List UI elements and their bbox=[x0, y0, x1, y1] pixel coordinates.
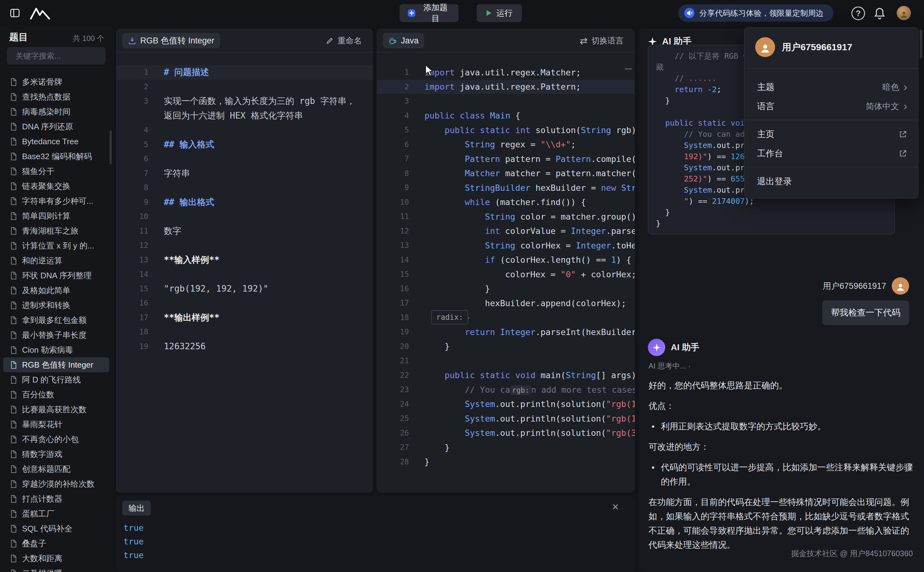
menu-item-language[interactable]: 语言 简体中文› bbox=[745, 97, 918, 116]
sidebar-item[interactable]: 猫鱼分干 bbox=[0, 164, 112, 179]
line-number: 20 bbox=[376, 342, 409, 351]
parameter-hint-popup: radix: bbox=[431, 310, 468, 325]
sidebar-item[interactable]: 最小替换子串长度 bbox=[0, 328, 112, 342]
sidebar-item[interactable]: 大数和距离 bbox=[0, 551, 112, 566]
ai-panel-scrollbar[interactable] bbox=[920, 30, 922, 58]
problem-line: 18 bbox=[116, 325, 373, 339]
sidebar-item[interactable]: 字符串有多少种可... bbox=[0, 194, 112, 208]
sidebar-item[interactable]: 阿 D 的飞行路线 bbox=[0, 372, 112, 387]
menu-item-label: 主页 bbox=[757, 128, 775, 140]
sidebar-item-label: 链表聚集交换 bbox=[22, 181, 70, 192]
menu-user-avatar bbox=[755, 37, 775, 57]
sidebar-toggle-button[interactable] bbox=[8, 6, 22, 20]
sidebar-item[interactable]: 比赛最高获胜次数 bbox=[0, 402, 112, 417]
sidebar-item[interactable]: 暴雨梨花针 bbox=[0, 417, 112, 432]
code-line: 18 } bbox=[376, 311, 635, 325]
sidebar-item[interactable]: 不再贪心的小包 bbox=[0, 432, 112, 447]
sidebar-item-selected[interactable]: RGB 色值转 Integer bbox=[3, 358, 109, 372]
sidebar-item[interactable]: 多米诺骨牌 bbox=[0, 75, 112, 89]
app-logo[interactable] bbox=[29, 6, 53, 21]
line-number: 10 bbox=[116, 212, 148, 221]
problem-editor[interactable]: 1# 问题描述23实现一个函数，输入为长度为三的 rgb 字符串，返回为十六进制… bbox=[116, 65, 373, 354]
menu-item-logout[interactable]: 退出登录 bbox=[745, 172, 918, 191]
search-input[interactable] bbox=[16, 51, 112, 61]
promo-banner[interactable]: 分享代码练习体验，领限量定制周边 bbox=[678, 4, 834, 22]
sidebar-item[interactable]: 叠盘子 bbox=[0, 536, 112, 551]
ai-paragraph: 在功能方面，目前的代码在处理一些特殊情况时可能会出现问题。例如，如果输入的字符串… bbox=[649, 495, 917, 552]
sidebar-item[interactable]: 计算位置 x 到 y 的... bbox=[0, 238, 112, 253]
sidebar-item[interactable]: Bytedance Tree bbox=[0, 134, 112, 149]
rename-button[interactable]: 重命名 bbox=[326, 28, 362, 53]
run-button[interactable]: 运行 bbox=[477, 4, 522, 22]
add-problem-button[interactable]: 添加题目 bbox=[400, 4, 459, 22]
sidebar-item[interactable]: Cion 勒索病毒 bbox=[0, 342, 112, 358]
menu-divider bbox=[745, 120, 918, 120]
sidebar-item[interactable]: 及格如此简单 bbox=[0, 283, 112, 298]
sidebar-item[interactable]: DNA 序列还原 bbox=[0, 119, 112, 134]
line-number: 27 bbox=[376, 443, 409, 452]
sidebar-item[interactable]: 链表聚集交换 bbox=[0, 179, 112, 194]
download-box-icon bbox=[128, 36, 137, 45]
help-button[interactable]: ? bbox=[851, 6, 865, 20]
code-line: 1import java.util.regex.Matcher; bbox=[376, 65, 635, 80]
code-line: 6 String regex = "\\d+"; bbox=[376, 137, 635, 152]
output-tab[interactable]: 输出 bbox=[122, 500, 151, 516]
add-problem-label: 添加题目 bbox=[420, 2, 451, 24]
sidebar-item[interactable]: 百分位数 bbox=[0, 387, 112, 402]
problem-line: 9## 输出格式 bbox=[116, 195, 373, 210]
sidebar-item[interactable]: 查找热点数据 bbox=[0, 89, 112, 104]
line-number: 22 bbox=[376, 371, 409, 380]
problem-line: 11数字 bbox=[116, 224, 373, 239]
sidebar-item[interactable]: 猜数字游戏 bbox=[0, 447, 112, 462]
ai-paragraph: 好的，您的代码整体思路是正确的。 bbox=[649, 378, 917, 393]
switch-language-button[interactable]: ⇄ 切换语言 bbox=[580, 28, 624, 53]
sidebar-item[interactable]: 青海湖租车之旅 bbox=[0, 223, 112, 238]
line-number: 19 bbox=[376, 328, 409, 336]
file-icon bbox=[9, 316, 18, 325]
problem-count: 共 100 个 bbox=[73, 34, 104, 44]
code-line: 8 Matcher matcher = pattern.matcher(rgb)… bbox=[376, 166, 635, 181]
sidebar-item[interactable]: SQL 代码补全 bbox=[0, 521, 112, 536]
file-icon bbox=[9, 256, 18, 265]
sidebar-item[interactable]: 进制求和转换 bbox=[0, 298, 112, 313]
sidebar-item-label: DNA 序列还原 bbox=[22, 121, 73, 132]
sidebar-item-label: 最小替换子串长度 bbox=[22, 330, 87, 340]
sidebar-scrollbar[interactable] bbox=[109, 130, 112, 165]
sidebar-item[interactable]: 创意标题匹配 bbox=[0, 462, 112, 476]
notifications-button[interactable] bbox=[873, 6, 888, 21]
search-box[interactable] bbox=[7, 47, 106, 65]
sidebar-item[interactable]: 拿到最多红包金额 bbox=[0, 313, 112, 328]
sidebar-item-label: 猫鱼分干 bbox=[22, 166, 54, 177]
code-editor[interactable]: 1import java.util.regex.Matcher;2import … bbox=[376, 65, 635, 469]
file-icon bbox=[9, 346, 18, 354]
close-output-button[interactable]: × bbox=[612, 501, 619, 513]
problem-line: 13**输入样例** bbox=[116, 253, 373, 267]
menu-divider bbox=[745, 68, 918, 69]
menu-item-workbench[interactable]: 工作台 bbox=[745, 144, 918, 163]
sidebar-item-label: SQL 代码补全 bbox=[22, 523, 72, 534]
line-number: 2 bbox=[116, 82, 148, 91]
sidebar-item-label: 查找热点数据 bbox=[22, 92, 70, 103]
user-avatar-button[interactable] bbox=[897, 6, 911, 20]
line-number: 18 bbox=[116, 328, 148, 336]
output-lines: truetruetrue bbox=[123, 521, 144, 562]
line-number: 5 bbox=[116, 140, 148, 149]
sidebar-item[interactable]: Base32 编码和解码 bbox=[0, 149, 112, 164]
sidebar-item[interactable]: 简单四则计算 bbox=[0, 208, 112, 223]
line-number: 9 bbox=[376, 183, 409, 192]
sidebar-item[interactable]: 和的逆运算 bbox=[0, 253, 112, 268]
line-number: 26 bbox=[376, 429, 409, 437]
sidebar-item[interactable]: 打点计数器 bbox=[0, 491, 112, 506]
menu-item-theme[interactable]: 主题 暗色› bbox=[745, 78, 918, 97]
sidebar-item[interactable]: 穿越沙漠的补给次数 bbox=[0, 476, 112, 491]
sidebar-item[interactable]: 环状 DNA 序列整理 bbox=[0, 268, 112, 283]
problem-line: 16 bbox=[116, 296, 373, 311]
sidebar-item-label: 叠盘子 bbox=[22, 538, 46, 549]
code-line: 10 while (matcher.find()) { bbox=[376, 195, 635, 210]
sidebar-item[interactable]: 病毒感染时间 bbox=[0, 104, 112, 119]
ai-avatar bbox=[648, 339, 665, 356]
sidebar-item[interactable]: 二叉树供暖 bbox=[0, 566, 112, 572]
menu-item-home[interactable]: 主页 bbox=[745, 125, 918, 144]
megaphone-icon bbox=[684, 8, 695, 19]
sidebar-item[interactable]: 蛋糕工厂 bbox=[0, 506, 112, 521]
